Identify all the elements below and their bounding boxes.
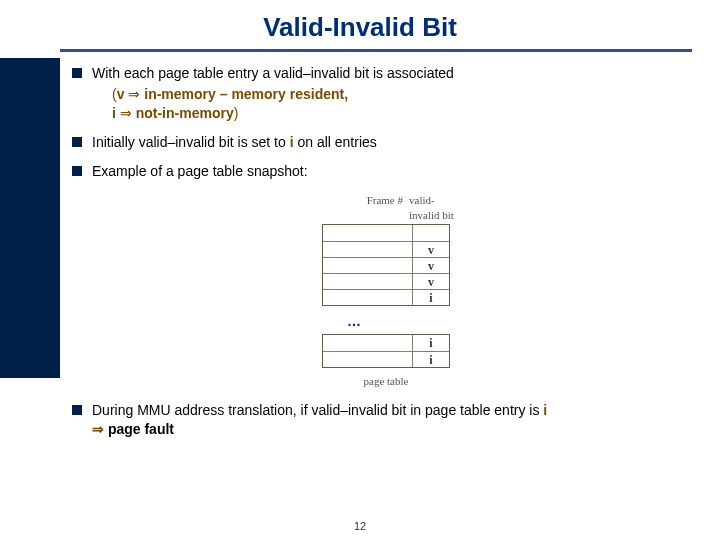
bit-cell: i (413, 290, 449, 305)
diagram-headers: Frame # valid-invalid bit (315, 193, 457, 223)
b4-i: i (543, 402, 547, 418)
table-row: i (323, 351, 449, 367)
slide-number: 12 (0, 520, 720, 532)
bit-cell: i (413, 335, 449, 351)
table-row: i (323, 289, 449, 305)
bit-cell: v (413, 242, 449, 257)
content-area: With each page table entry a valid–inval… (72, 52, 700, 438)
page-table-top: v v v i (322, 224, 450, 306)
bullet-3: Example of a page table snapshot: (72, 162, 700, 181)
b3: Example of a page table snapshot: (92, 163, 308, 179)
b4-arrow: ⇒ (92, 421, 108, 437)
b1-2d: in-memory – memory resident, (144, 86, 348, 102)
b1-arrow1: ⇒ (124, 86, 144, 102)
ellipsis: … (72, 312, 700, 331)
slide-title: Valid-Invalid Bit (0, 0, 720, 49)
table-row: i (323, 335, 449, 351)
page-table-diagram: Frame # valid-invalid bit v v v i … i i … (72, 190, 700, 388)
bullet-2: Initially valid–invalid bit is set to i … (72, 133, 700, 152)
bit-cell: i (413, 352, 449, 367)
bullet-1: With each page table entry a valid–inval… (72, 64, 700, 123)
b2a: Initially valid–invalid bit is set to (92, 134, 290, 150)
b4d: page fault (108, 421, 174, 437)
table-row (323, 225, 449, 241)
bit-cell: v (413, 274, 449, 289)
hdr-frame: Frame # (315, 193, 407, 223)
b1-sub: (v ⇒ in-memory – memory resident, i ⇒ no… (92, 85, 700, 123)
bullet-4: During MMU address translation, if valid… (72, 401, 700, 439)
b2c: on all entries (294, 134, 377, 150)
diagram-caption: page table (72, 374, 700, 389)
left-sidebar-block (0, 58, 60, 378)
bit-cell (413, 225, 449, 241)
table-row: v (323, 273, 449, 289)
b1-3d: ) (234, 105, 239, 121)
page-table-bottom: i i (322, 334, 450, 368)
b1-line3: i ⇒ not-in-memory) (112, 105, 238, 121)
b1-line2: (v ⇒ in-memory – memory resident, (112, 86, 348, 102)
b1-lead: With each page table entry a valid–inval… (92, 65, 454, 81)
b4a: During MMU address translation, if valid… (92, 402, 543, 418)
b1-3c: not-in-memory (136, 105, 234, 121)
b1-arrow2: ⇒ (116, 105, 136, 121)
table-row: v (323, 241, 449, 257)
bit-cell: v (413, 258, 449, 273)
table-row: v (323, 257, 449, 273)
hdr-bit: valid-invalid bit (407, 193, 457, 223)
